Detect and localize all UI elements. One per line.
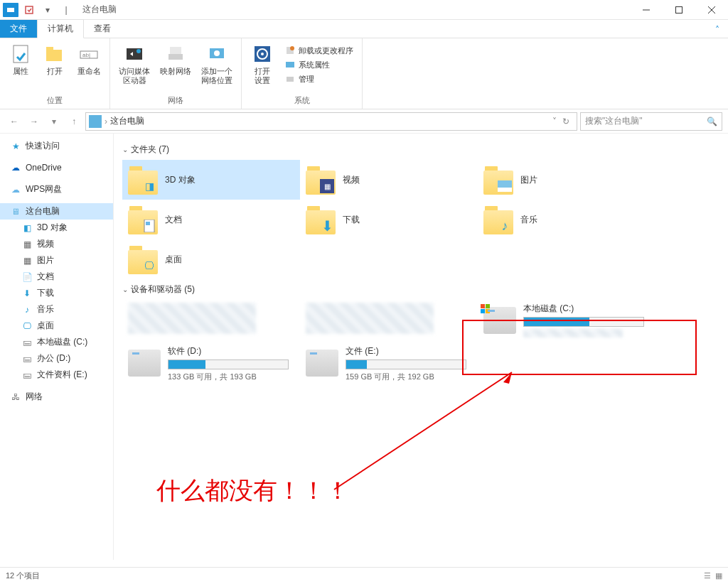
- sidebar-onedrive[interactable]: ☁OneDrive: [0, 160, 113, 175]
- breadcrumb-location[interactable]: 这台电脑: [110, 115, 144, 127]
- search-input[interactable]: 搜索"这台电脑" 🔍: [580, 112, 722, 131]
- tab-computer[interactable]: 计算机: [37, 19, 84, 38]
- drive-software-d[interactable]: 软件 (D:) 133 GB 可用，共 193 GB: [122, 342, 300, 385]
- view-details-icon[interactable]: ☰: [704, 571, 711, 580]
- desktop-icon: 🖵: [21, 320, 33, 332]
- open-button[interactable]: 打开: [40, 41, 70, 77]
- ribbon-group-location: 属性 打开 ab| 重命名 位置: [0, 38, 110, 109]
- close-button[interactable]: [695, 0, 728, 20]
- window-title: 这台电脑: [82, 4, 117, 16]
- titlebar: ▾ | 这台电脑: [0, 0, 728, 20]
- svg-rect-4: [676, 6, 682, 13]
- svg-rect-14: [168, 54, 183, 60]
- folder-grid: ◨ 3D 对象 ▦ 视频 图片 文档 ⬇ 下载 ♪ 音乐: [122, 160, 719, 279]
- drive-icon: 🖴: [21, 337, 33, 348]
- annotation-text: 什么都没有！！！: [156, 475, 350, 507]
- search-icon[interactable]: 🔍: [707, 117, 717, 126]
- sidebar-files-e[interactable]: 🖴文件资料 (E:): [0, 367, 113, 383]
- body: ★快速访问 ☁OneDrive ☁WPS网盘 🖥这台电脑 ◧3D 对象 ▦视频 …: [0, 134, 728, 560]
- nav-up-button[interactable]: ↑: [65, 113, 82, 130]
- sidebar-3d-objects[interactable]: ◧3D 对象: [0, 220, 113, 236]
- add-location-icon: [205, 43, 228, 65]
- sidebar-network[interactable]: 🖧网络: [0, 389, 113, 405]
- svg-rect-1: [7, 8, 14, 12]
- svg-rect-26: [498, 188, 512, 192]
- maximize-button[interactable]: [663, 0, 695, 20]
- drive-icon: 🖴: [21, 369, 33, 381]
- chevron-down-icon: ⌄: [122, 146, 128, 153]
- tab-view[interactable]: 查看: [84, 20, 121, 38]
- sidebar-pictures[interactable]: ▦图片: [0, 252, 113, 269]
- folder-icon: 🖵: [128, 244, 158, 274]
- svg-rect-28: [146, 222, 150, 225]
- help-icon[interactable]: ˄: [707, 22, 728, 38]
- sidebar-downloads[interactable]: ⬇下载: [0, 285, 113, 301]
- nav-back-button[interactable]: ←: [6, 113, 23, 130]
- breadcrumb[interactable]: › 这台电脑 ˅ ↻: [85, 112, 577, 131]
- breadcrumb-dropdown-icon[interactable]: ˅: [552, 117, 557, 126]
- svg-point-22: [290, 46, 294, 50]
- folder-icon: [483, 165, 513, 195]
- drive-usage-bar: [346, 359, 466, 369]
- tab-file[interactable]: 文件: [0, 20, 37, 38]
- folder-icon: ◨: [128, 165, 158, 195]
- folder-desktop[interactable]: 🖵 桌面: [122, 239, 300, 279]
- open-settings-button[interactable]: 打开设置: [247, 41, 277, 87]
- map-drive-icon: [164, 43, 187, 65]
- manage-button[interactable]: 管理: [282, 72, 356, 85]
- qat-divider: |: [58, 3, 74, 17]
- nav-recent-dropdown[interactable]: ▾: [46, 113, 63, 130]
- minimize-button[interactable]: [630, 0, 663, 20]
- qat-dropdown-icon[interactable]: ▾: [40, 3, 55, 17]
- sidebar-music[interactable]: ♪音乐: [0, 301, 113, 318]
- folder-3d-objects[interactable]: ◨ 3D 对象: [122, 160, 300, 200]
- pc-icon: 🖥: [10, 206, 21, 217]
- sidebar-office-d[interactable]: 🖴办公 (D:): [0, 350, 113, 367]
- folder-documents[interactable]: 文档: [122, 200, 300, 239]
- rename-button[interactable]: ab| 重命名: [74, 41, 104, 77]
- sidebar-documents[interactable]: 📄文档: [0, 269, 113, 285]
- sidebar: ★快速访问 ☁OneDrive ☁WPS网盘 🖥这台电脑 ◧3D 对象 ▦视频 …: [0, 134, 114, 560]
- svg-rect-29: [481, 304, 485, 308]
- sidebar-videos[interactable]: ▦视频: [0, 236, 113, 252]
- chevron-down-icon: ⌄: [122, 286, 128, 293]
- sidebar-this-pc[interactable]: 🖥这台电脑: [0, 203, 113, 220]
- sidebar-desktop[interactable]: 🖵桌面: [0, 318, 113, 334]
- star-icon: ★: [10, 141, 21, 152]
- open-icon: [43, 43, 66, 65]
- sidebar-quick-access[interactable]: ★快速访问: [0, 138, 113, 154]
- drive-blurred-2[interactable]: [300, 300, 478, 342]
- manage-icon: [284, 73, 296, 85]
- drive-blurred-1[interactable]: [122, 300, 300, 342]
- uninstall-button[interactable]: 卸载或更改程序: [282, 44, 356, 57]
- properties-button[interactable]: 属性: [6, 41, 36, 77]
- refresh-icon[interactable]: ↻: [562, 117, 569, 126]
- window-controls: [630, 0, 728, 20]
- folder-pictures[interactable]: 图片: [478, 160, 655, 200]
- sidebar-wps[interactable]: ☁WPS网盘: [0, 181, 113, 198]
- system-properties-button[interactable]: 系统属性: [282, 58, 356, 71]
- video-icon: ▦: [21, 239, 33, 250]
- svg-rect-15: [170, 47, 181, 54]
- folders-section-header[interactable]: ⌄ 文件夹 (7): [122, 139, 719, 160]
- folder-icon: [128, 205, 158, 234]
- drive-icon: [128, 350, 161, 377]
- folder-music[interactable]: ♪ 音乐: [478, 200, 655, 239]
- drives-section-header[interactable]: ⌄ 设备和驱动器 (5): [122, 279, 719, 300]
- map-drive-button[interactable]: 映射网络: [157, 41, 194, 77]
- navbar: ← → ▾ ↑ › 这台电脑 ˅ ↻ 搜索"这台电脑" 🔍: [0, 109, 728, 134]
- pc-icon: [89, 115, 102, 128]
- add-location-button[interactable]: 添加一个网络位置: [198, 41, 235, 87]
- qat-properties-icon[interactable]: [21, 3, 37, 17]
- sysprops-icon: [284, 59, 296, 70]
- view-tiles-icon[interactable]: ▦: [715, 571, 722, 580]
- access-media-button[interactable]: 访问媒体区动器: [116, 41, 153, 87]
- svg-rect-9: [46, 47, 53, 51]
- nav-forward-button[interactable]: →: [26, 113, 43, 130]
- media-icon: [123, 43, 146, 65]
- uninstall-icon: [284, 45, 296, 56]
- sidebar-local-c[interactable]: 🖴本地磁盘 (C:): [0, 334, 113, 350]
- folder-videos[interactable]: ▦ 视频: [300, 160, 478, 200]
- chevron-right-icon: ›: [105, 117, 107, 126]
- folder-downloads[interactable]: ⬇ 下载: [300, 200, 478, 239]
